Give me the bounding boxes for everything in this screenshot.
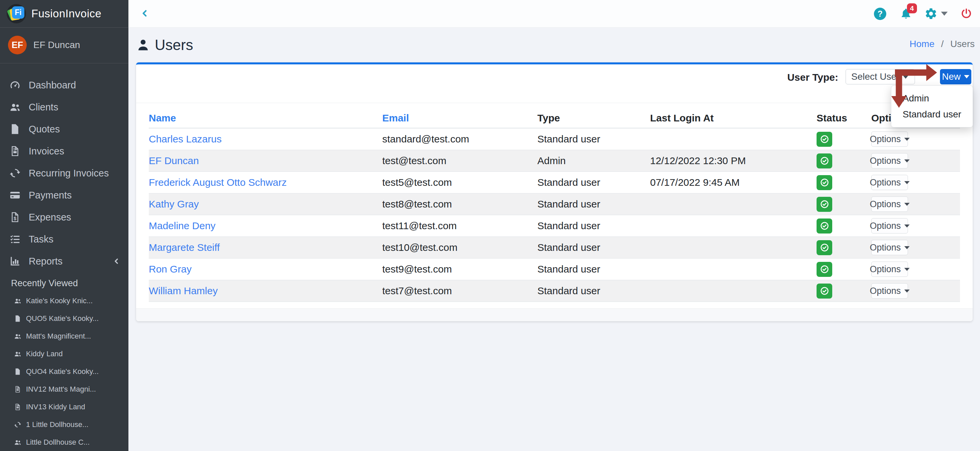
sidebar-menu-item[interactable]: Clients — [0, 96, 129, 118]
brand-link[interactable]: Fi FusionInvoice — [0, 0, 129, 28]
breadcrumb-current: Users — [950, 39, 975, 49]
recently-viewed-item[interactable]: Little Dollhouse C... — [0, 433, 129, 451]
options-button[interactable]: Options — [871, 261, 908, 277]
breadcrumb-home-link[interactable]: Home — [910, 39, 935, 49]
recently-viewed-item[interactable]: INV12 Matt's Magni... — [0, 380, 129, 398]
sidebar-menu-item[interactable]: $ Expenses — [0, 206, 129, 228]
credit-card-icon — [10, 190, 22, 201]
new-button[interactable]: New — [940, 69, 971, 84]
check-circle-icon — [819, 242, 830, 252]
options-button[interactable]: Options — [871, 283, 908, 298]
user-name-link[interactable]: Margarete Steiff — [149, 242, 220, 253]
user-name-link[interactable]: Ron Gray — [149, 263, 191, 274]
user-panel[interactable]: EF EF Duncan — [0, 28, 129, 64]
user-email: standard@test.com — [382, 128, 538, 150]
status-active-badge[interactable] — [816, 262, 832, 277]
options-button[interactable]: Options — [871, 153, 908, 169]
options-button[interactable]: Options — [871, 240, 908, 255]
caret-down-icon — [904, 290, 910, 293]
users-icon — [10, 101, 22, 113]
new-dropdown-item[interactable]: Standard user — [891, 107, 973, 123]
options-button[interactable]: Options — [871, 131, 908, 147]
user-email: test7@test.com — [382, 280, 538, 302]
user-last-login — [650, 237, 812, 258]
user-type-select[interactable]: Select User Type — [846, 69, 915, 84]
status-active-badge[interactable] — [816, 175, 832, 190]
check-circle-icon — [819, 177, 830, 188]
table-row: Frederick August Otto Schwarz test5@test… — [149, 172, 960, 193]
card-footer — [136, 308, 973, 321]
chevron-down-icon — [903, 75, 908, 79]
recently-viewed-item[interactable]: 1 Little Dollhouse... — [0, 416, 129, 433]
user-last-login — [650, 193, 812, 215]
user-last-login — [650, 280, 812, 302]
fusioninvoice-app: Fi FusionInvoice EF EF Duncan Dashboard … — [0, 0, 980, 451]
file-invoice-icon — [14, 403, 23, 411]
new-dropdown-item[interactable]: Admin — [891, 91, 973, 107]
status-active-badge[interactable] — [816, 240, 832, 255]
recently-viewed-item[interactable]: Katie's Kooky Knic... — [0, 292, 129, 309]
user-type: Standard user — [538, 215, 650, 237]
user-name-link[interactable]: Madeline Deny — [149, 220, 215, 231]
user-type-select-value: Select User Type — [851, 72, 902, 82]
status-active-badge[interactable] — [816, 284, 832, 298]
file-icon — [10, 123, 22, 135]
sidebar-menu-item[interactable]: Quotes — [0, 118, 129, 140]
sidebar-menu-item[interactable]: Reports — [0, 250, 129, 272]
check-circle-icon — [819, 156, 830, 166]
options-button[interactable]: Options — [871, 218, 908, 234]
status-active-badge[interactable] — [816, 218, 832, 234]
table-row: Margarete Steiff test10@test.com Standar… — [149, 237, 960, 258]
tasks-icon — [10, 234, 22, 245]
recently-viewed-label: INV12 Matt's Magni... — [26, 385, 96, 394]
column-header-name[interactable]: Name — [149, 103, 382, 128]
check-circle-icon — [819, 221, 830, 231]
user-name-link[interactable]: EF Duncan — [149, 155, 199, 166]
recently-viewed-label: Matt's Magnificent... — [26, 332, 91, 341]
column-header-email[interactable]: Email — [382, 103, 538, 128]
new-dropdown-item-label: Standard user — [903, 109, 961, 120]
sidebar-menu-item[interactable]: Dashboard — [0, 74, 129, 96]
help-icon[interactable]: ? — [874, 8, 886, 20]
user-name-link[interactable]: Frederick August Otto Schwarz — [149, 177, 287, 188]
fusioninvoice-logo-icon: Fi — [7, 4, 26, 23]
users-icon — [14, 297, 23, 304]
file-icon — [14, 368, 23, 375]
gear-icon — [924, 7, 938, 20]
caret-down-icon — [904, 181, 910, 184]
users-card: User Type: Select User Type New — [136, 62, 973, 321]
sidebar-item-label: Tasks — [29, 234, 53, 245]
settings-menu[interactable] — [924, 7, 948, 20]
notifications-bell-icon[interactable]: 4 — [900, 7, 912, 20]
sync-icon — [14, 421, 23, 428]
logout-power-icon[interactable] — [960, 8, 972, 20]
recently-viewed-item[interactable]: QUO5 Katie's Kooky... — [0, 309, 129, 327]
user-name-link[interactable]: Kathy Gray — [149, 199, 199, 209]
status-active-badge[interactable] — [816, 132, 832, 147]
file-invoice-icon — [14, 386, 23, 393]
user-last-login — [650, 258, 812, 280]
sidebar-menu-item[interactable]: Recurring Invoices — [0, 162, 129, 184]
sidebar-item-label: Invoices — [29, 146, 64, 157]
sidebar-collapse-icon[interactable] — [140, 9, 150, 18]
recently-viewed-item[interactable]: Matt's Magnificent... — [0, 327, 129, 345]
options-button[interactable]: Options — [871, 175, 908, 190]
user-type-label: User Type: — [787, 72, 838, 82]
chevron-down-icon — [941, 12, 948, 16]
sidebar-menu-item[interactable]: Tasks — [0, 228, 129, 250]
user-name-link[interactable]: William Hamley — [149, 285, 218, 296]
user-panel-name: EF Duncan — [33, 40, 80, 50]
sidebar-menu-item[interactable]: Payments — [0, 184, 129, 206]
sidebar-menu-item[interactable]: Invoices — [0, 140, 129, 162]
user-type: Standard user — [538, 172, 650, 193]
options-button[interactable]: Options — [871, 196, 908, 212]
user-name-link[interactable]: Charles Lazarus — [149, 134, 221, 145]
status-active-badge[interactable] — [816, 153, 832, 169]
recently-viewed-item[interactable]: QUO4 Katie's Kooky... — [0, 363, 129, 380]
status-active-badge[interactable] — [816, 197, 832, 212]
page-title-text: Users — [155, 37, 193, 53]
breadcrumb-separator: / — [941, 39, 943, 49]
recently-viewed-item[interactable]: INV13 Kiddy Land — [0, 398, 129, 416]
recently-viewed-item[interactable]: Kiddy Land — [0, 345, 129, 363]
user-email: test@test.com — [382, 150, 538, 172]
